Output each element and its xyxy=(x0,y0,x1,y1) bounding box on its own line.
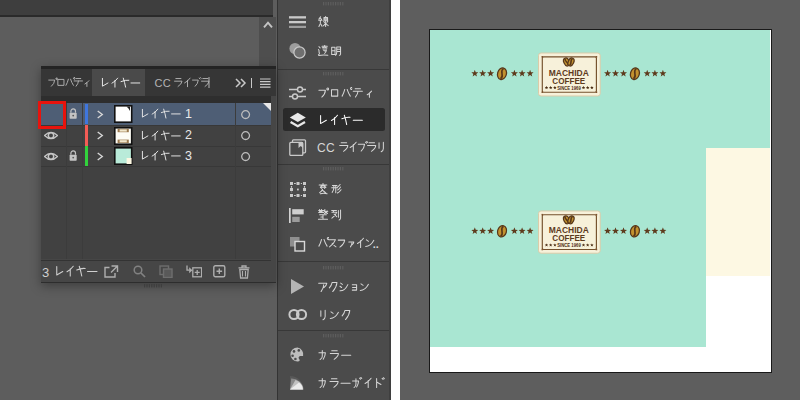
svg-text:SINCE 1969: SINCE 1969 xyxy=(557,242,581,248)
svg-text:SINCE 1969: SINCE 1969 xyxy=(557,85,581,91)
